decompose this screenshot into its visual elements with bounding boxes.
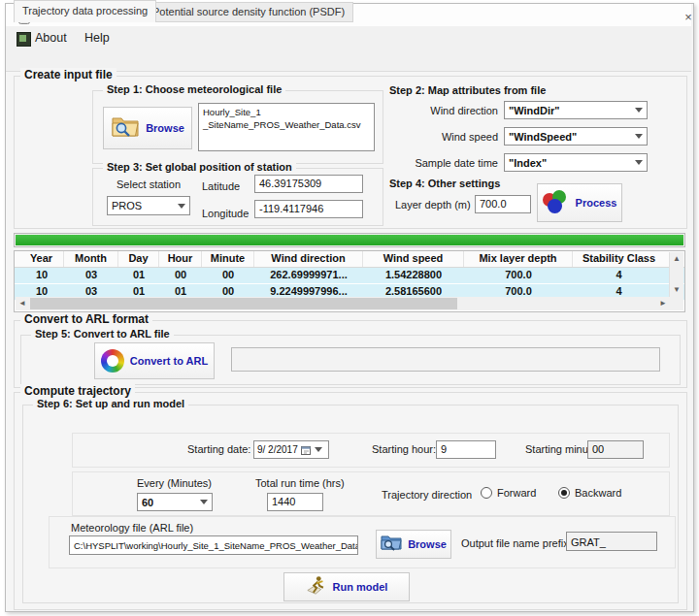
- column-header-hour[interactable]: Hour: [159, 251, 202, 267]
- longitude-input[interactable]: -119.4117946: [254, 200, 363, 218]
- starting-date-picker[interactable]: 9/ 2/2017: [253, 440, 329, 459]
- create-input-file-group: Create input file Step 1: Choose meteoro…: [14, 76, 687, 229]
- wind-speed-select[interactable]: "WindSpeed": [504, 127, 648, 146]
- tab-trajectory-data-processing[interactable]: Trajectory data processing: [14, 0, 156, 22]
- scroll-left-icon[interactable]: ◄: [16, 297, 29, 310]
- compute-trajectory-group: Compute trajectory Step 6: Set up and ru…: [14, 392, 687, 610]
- select-station-label: Select station: [116, 178, 181, 190]
- chevron-down-icon: [315, 447, 322, 452]
- wind-speed-value: "WindSpeed": [509, 131, 577, 143]
- column-header-year[interactable]: Year: [19, 251, 64, 267]
- met-file-path-input[interactable]: C:\HYSPLIT\working\Hourly_Site_1_SiteNam…: [69, 535, 358, 555]
- chevron-down-icon: [635, 134, 643, 139]
- column-header-day[interactable]: Day: [118, 251, 159, 267]
- chevron-down-icon: [635, 108, 643, 113]
- forward-label: Forward: [497, 487, 536, 499]
- output-prefix-input[interactable]: GRAT_: [566, 532, 657, 551]
- table-row[interactable]: 10 03 01 00 00 262.69999971... 1.5422880…: [15, 268, 684, 284]
- color-wheel-icon: [101, 349, 124, 373]
- cell: 00: [159, 268, 202, 283]
- step4-title: Step 4: Other settings: [389, 178, 500, 189]
- arl-progress-bar: [231, 347, 660, 372]
- cell: 700.0: [464, 268, 573, 283]
- radio-circle-icon: [558, 487, 570, 499]
- station-value: PROS: [112, 200, 142, 211]
- browse-arl-label: Browse: [408, 538, 447, 550]
- wind-speed-label: Wind speed: [389, 131, 498, 143]
- step1-groupbox: Step 1: Choose meteorological file Brows…: [92, 90, 383, 164]
- starting-hour-input[interactable]: 9: [436, 440, 496, 459]
- browse-button-label: Browse: [146, 122, 184, 134]
- scrollbar-corner: [670, 297, 683, 310]
- column-header-minute[interactable]: Minute: [202, 251, 254, 267]
- starting-date-label: Starting date:: [187, 443, 250, 455]
- calendar-icon: [301, 441, 311, 459]
- runner-icon: [306, 574, 327, 600]
- progress-fill: [16, 235, 683, 245]
- output-prefix-label: Output file name prefix: [461, 537, 569, 549]
- folder-search-icon: [381, 534, 402, 555]
- scroll-down-icon[interactable]: ▼: [670, 283, 683, 297]
- menu-help[interactable]: Help: [84, 31, 110, 45]
- sample-date-time-value: "Index": [509, 157, 547, 169]
- horizontal-scrollbar[interactable]: ◄ ►: [16, 297, 670, 310]
- convert-to-arl-group: Convert to ARL format Step 5: Convert to…: [14, 320, 687, 388]
- chevron-down-icon: [635, 160, 643, 165]
- step3-groupbox: Step 3: Set global position of station S…: [92, 168, 383, 226]
- convert-to-arl-button[interactable]: Convert to ARL: [94, 342, 215, 379]
- starting-minute-input[interactable]: 00: [587, 440, 644, 459]
- wind-direction-value: "WindDir": [509, 105, 560, 116]
- starting-date-value: 9/ 2/2017: [257, 444, 298, 455]
- station-select[interactable]: PROS: [107, 196, 190, 215]
- every-minutes-select[interactable]: 60: [137, 493, 213, 511]
- process-button[interactable]: Process: [537, 183, 622, 222]
- step5-title: Step 5: Convert to ARL file: [31, 328, 174, 340]
- longitude-label: Longitude: [202, 208, 249, 219]
- convert-to-arl-title: Convert to ARL format: [20, 312, 152, 326]
- scroll-right-icon[interactable]: ►: [656, 297, 670, 310]
- met-file-line2: _SiteName_PROS_Weather_Data.csv: [203, 118, 371, 131]
- grid-header-row: Year Month Day Hour Minute Wind directio…: [15, 251, 684, 268]
- scroll-up-icon[interactable]: ▲: [670, 252, 683, 266]
- wind-direction-select[interactable]: "WindDir": [504, 101, 648, 119]
- column-header-wind-direction[interactable]: Wind direction: [254, 251, 363, 267]
- step6-title: Step 6: Set up and run model: [33, 398, 188, 409]
- create-input-file-title: Create input file: [20, 68, 116, 81]
- radio-backward[interactable]: Backward: [558, 487, 621, 499]
- tab-psdf[interactable]: Potential source density function (PSDF): [144, 2, 353, 22]
- column-header-stability-class[interactable]: Stability Class: [573, 251, 665, 267]
- chevron-down-icon: [200, 500, 208, 504]
- total-run-time-label: Total run time (hrs): [255, 477, 345, 489]
- menu-about[interactable]: About: [35, 31, 67, 45]
- sample-date-time-label: Sample date time: [389, 157, 498, 169]
- layer-depth-label: Layer depth (m): [395, 199, 471, 211]
- every-minutes-label: Every (Minutes): [137, 477, 212, 489]
- column-header-month[interactable]: Month: [64, 251, 118, 267]
- scrollbar-thumb[interactable]: [30, 298, 457, 309]
- run-settings-panel: Every (Minutes) 60 Total run time (hrs) …: [72, 471, 670, 516]
- met-file-name-box[interactable]: Hourly_Site_1 _SiteName_PROS_Weather_Dat…: [198, 103, 375, 151]
- step3-title: Step 3: Set global position of station: [103, 161, 296, 173]
- compute-trajectory-title: Compute trajectory: [20, 384, 135, 398]
- column-header-wind-speed[interactable]: Wind speed: [363, 251, 464, 267]
- folder-search-icon: [111, 114, 140, 142]
- browse-arl-file-button[interactable]: Browse: [376, 530, 451, 559]
- cell: 03: [64, 268, 118, 283]
- convert-button-label: Convert to ARL: [130, 355, 208, 367]
- vertical-scrollbar[interactable]: ▲ ▼: [669, 252, 683, 297]
- sample-date-time-select[interactable]: "Index": [504, 153, 648, 172]
- process-button-label: Process: [576, 197, 617, 209]
- close-button[interactable]: ×: [680, 10, 697, 25]
- backward-label: Backward: [575, 487, 621, 499]
- met-file-panel: Meteorology file (ARL file) C:\HYSPLIT\w…: [49, 516, 676, 568]
- column-header-mix-layer-depth[interactable]: Mix layer depth: [464, 251, 573, 267]
- radio-forward[interactable]: Forward: [481, 487, 536, 499]
- latitude-input[interactable]: 46.39175309: [254, 175, 363, 193]
- layer-depth-input[interactable]: 700.0: [475, 195, 531, 213]
- trajectory-direction-label: Trajectory direction: [382, 489, 472, 501]
- browse-met-file-button[interactable]: Browse: [103, 107, 192, 149]
- processing-progress-bar: [14, 233, 685, 247]
- run-model-button[interactable]: Run model: [283, 572, 410, 601]
- total-run-time-input[interactable]: 1440: [267, 493, 323, 511]
- app-menu-icon[interactable]: [17, 32, 31, 47]
